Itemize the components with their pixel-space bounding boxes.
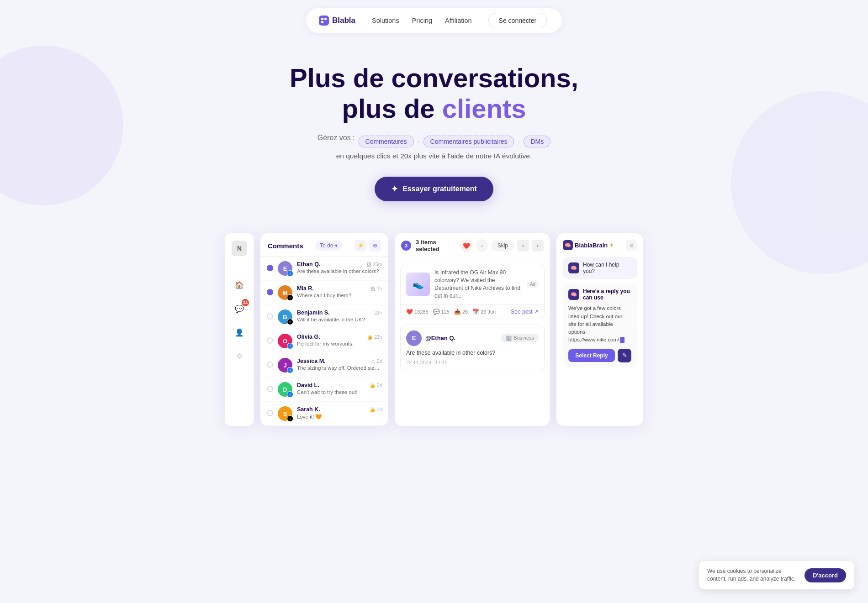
comment-item-0[interactable]: E f Ethan Q. 🖼 25m Are these available i… (260, 257, 388, 281)
add-icon-btn[interactable]: ⊕ (369, 240, 381, 252)
radio-dot-6 (267, 410, 273, 416)
nav-pricing[interactable]: Pricing (412, 17, 432, 24)
comment-content-5: David L. 👍 2d Can't wait to try these ou… (297, 382, 382, 395)
radio-dot-3 (267, 337, 273, 344)
sparkle-icon: ✦ (391, 184, 398, 194)
middle-header: 3 3 items selected ❤️ ○ Skip ‹ › (395, 233, 550, 258)
ai-help-text: How can I help you? (583, 262, 631, 274)
post-card: 👟 Is Infrared the OG Air Max 90 colorway… (400, 264, 545, 319)
prev-arrow[interactable]: ‹ (517, 240, 529, 252)
nav-solutions[interactable]: Solutions (372, 17, 399, 24)
cta-label: Essayer gratuitement (402, 185, 477, 193)
filter-icon-btn[interactable]: ⚡ (355, 240, 366, 252)
comment-item-5[interactable]: D f David L. 👍 2d Can't wait to try thes… (260, 378, 388, 402)
detail-avatar: E (406, 330, 422, 346)
stat-shares: 📤 26 (454, 309, 468, 315)
cookie-bar: We use cookies to personalize content, r… (699, 561, 854, 589)
radio-dot-2 (267, 313, 273, 320)
comment-item-2[interactable]: B T Benjamin S. 22h Will it be available… (260, 305, 388, 329)
subtitle-prefix: Gérez vos : (318, 134, 355, 142)
heart-button[interactable]: ❤️ (460, 239, 473, 252)
stat-likes: ❤️ 13285 (406, 309, 429, 315)
circle-button[interactable]: ○ (476, 239, 488, 252)
header-icons: ⚡ ⊕ (355, 240, 381, 252)
left-sidebar: N 🏠 💬 24 👤 ⚙ (225, 233, 254, 426)
comment-name-4: Jessica M. (297, 358, 326, 364)
comment-icon-4: ⚠ (371, 359, 375, 364)
ai-reply-label: Here's a reply you can use (583, 288, 631, 301)
cookie-accept-button[interactable]: D'accord (804, 568, 846, 582)
likes-count: 13285 (414, 309, 429, 315)
comments-count: 125 (441, 309, 450, 315)
comment-name-2: Benjamin S. (297, 309, 330, 316)
sidebar-settings-icon[interactable]: ⚙ (232, 348, 247, 364)
comment-meta-2: 22h (374, 310, 382, 315)
chevron-down-icon: ▾ (335, 242, 338, 249)
avatar-2: B T (278, 309, 292, 324)
detail-date: 22.11.2024 11:40 (406, 360, 539, 365)
comment-item-6[interactable]: S T Sarah K. 👍 3d Love it! 🧡 (260, 402, 388, 426)
connect-button[interactable]: Se connecter (488, 13, 547, 28)
next-arrow[interactable]: › (532, 240, 544, 252)
skip-button[interactable]: Skip (491, 240, 514, 251)
expand-icon[interactable]: ⊡ (626, 240, 637, 251)
items-count: 3 (401, 241, 411, 251)
ai-reply-body: We've got a few colors lined up! Check o… (568, 304, 631, 344)
logo[interactable]: Blabla (319, 16, 355, 26)
comment-text-1: Where can I buy them? (297, 293, 382, 298)
comments-panel: Comments To do ▾ ⚡ ⊕ E f (260, 233, 388, 426)
comments-title: Comments (268, 242, 303, 250)
badge-row: Gérez vos : Commentaires · Commentaires … (9, 134, 859, 149)
comment-text-4: The sizing is way off. Ordered size 9 b.… (297, 365, 382, 371)
hero-title-line2-prefix: plus de (342, 94, 442, 123)
comment-detail: E @Ethan Q. 🏢 Business Are these availab… (400, 325, 545, 371)
sidebar-users-icon[interactable]: 👤 (232, 325, 247, 340)
comment-icon-0: 🖼 (367, 262, 371, 267)
hero-title-line1: Plus de conversations, (290, 63, 578, 93)
platform-badge-3: f (287, 343, 293, 349)
comment-text-5: Can't wait to try these out! (297, 389, 382, 395)
see-post-link[interactable]: See post ↗ (511, 309, 539, 315)
avatar-4: J f (278, 358, 292, 372)
comment-text-6: Love it! 🧡 (297, 414, 382, 420)
ai-reply-section: 🧠 Here's a reply you can use We've got a… (563, 283, 637, 367)
platform-badge-1: T (287, 294, 293, 301)
heart-icon: ❤️ (406, 309, 413, 315)
post-info: Is Infrared the OG Air Max 90 colorway? … (434, 269, 522, 299)
comment-content-0: Ethan Q. 🖼 25m Are these available in ot… (297, 261, 382, 274)
radio-dot-5 (267, 386, 273, 392)
comment-time-3: 22h (374, 335, 382, 340)
logo-text: Blabla (332, 16, 355, 25)
comment-meta-1: 🖼 1h (370, 286, 382, 291)
radio-dot-1 (267, 289, 273, 295)
comment-time-0: 25m (373, 262, 382, 267)
avatar-1: M T (278, 285, 292, 300)
todo-selector[interactable]: To do ▾ (315, 241, 342, 251)
platform-badge-4: f (287, 367, 293, 373)
sidebar-messages-icon[interactable]: 💬 24 (232, 301, 247, 316)
comment-icon-5: 👍 (370, 383, 375, 388)
comment-content-2: Benjamin S. 22h Will it be available in … (297, 309, 382, 322)
nav-affiliation[interactable]: Affiliation (445, 17, 472, 24)
cta-button[interactable]: ✦ Essayer gratuitement (375, 177, 493, 201)
sidebar-home-icon[interactable]: 🏠 (232, 277, 247, 293)
comment-item-1[interactable]: M T Mia R. 🖼 1h Where can I buy them? (260, 281, 388, 305)
avatar-0: E f (278, 261, 292, 276)
detail-tag: 🏢 Business (501, 334, 539, 342)
select-reply-button[interactable]: Select Reply (568, 349, 615, 362)
detail-name: @Ethan Q. (425, 335, 455, 341)
edit-reply-button[interactable]: ✎ (618, 349, 631, 362)
comment-text-0: Are these available in other colors? (297, 268, 382, 274)
comment-time-6: 3d (377, 407, 382, 412)
comment-icon-3: 👍 (367, 335, 372, 340)
comment-item-4[interactable]: J f Jessica M. ⚠ 2d The sizing is way of… (260, 353, 388, 378)
business-icon: 🏢 (506, 335, 512, 341)
radio-dot-4 (267, 362, 273, 368)
comment-text-3: Perfect for my workouts. (297, 341, 382, 346)
badge-commentaires: Commentaires (359, 136, 414, 147)
sidebar-letter: N (232, 241, 247, 256)
comment-time-4: 2d (377, 359, 382, 364)
comment-item-3[interactable]: O f Olivia G. 👍 22h Perfect for my worko… (260, 329, 388, 353)
logo-icon (319, 16, 329, 26)
comment-meta-3: 👍 22h (367, 335, 382, 340)
